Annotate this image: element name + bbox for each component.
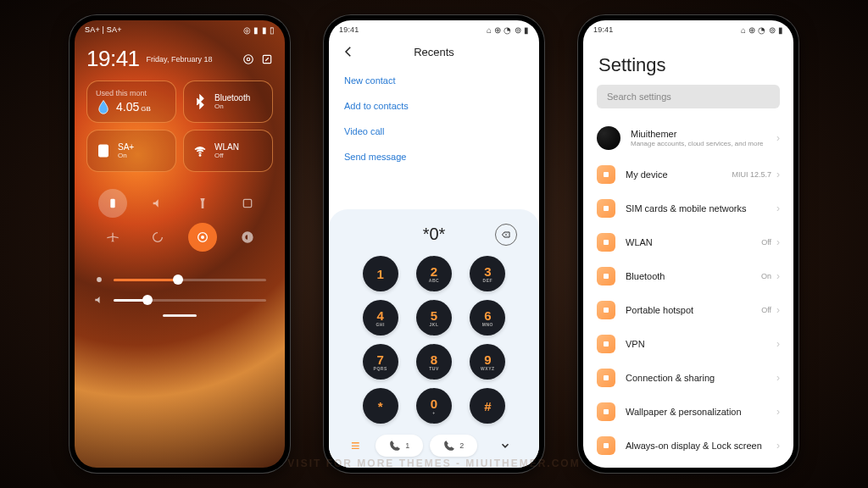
action-new-contact[interactable]: New contact [344,68,524,93]
svg-rect-13 [604,274,609,279]
call-sim1-button[interactable]: 1 [376,435,423,457]
volume-slider[interactable] [93,294,266,306]
collapse-dialpad-icon[interactable] [493,434,517,458]
dialkey-*[interactable]: * [363,388,398,424]
quick-toggle-grid [75,177,285,257]
backspace-button[interactable] [495,224,517,246]
svg-rect-10 [604,172,609,177]
settings-row[interactable]: Connection & sharing› [583,361,793,395]
airplane-icon[interactable] [98,223,127,252]
action-send-message[interactable]: Send message [344,144,524,169]
avatar [597,126,620,150]
account-row[interactable]: Miuithemer Manage accounts, cloud servic… [583,119,793,158]
dialkey-2[interactable]: 2ABC [416,256,452,291]
settings-row[interactable]: VPN› [583,327,793,361]
settings-row[interactable]: Display› [583,463,793,468]
time: 19:41 [593,25,614,34]
phone-control-center: SA+ | SA+ ◎▮▮▯ 19:41 Friday, February 18… [70,15,290,473]
dialkey-8[interactable]: 8TUV [416,344,452,380]
bluetooth-tile[interactable]: BluetoothOn [183,80,273,123]
drag-handle[interactable] [163,314,197,317]
svg-rect-12 [604,240,609,245]
svg-point-7 [201,236,204,239]
chevron-right-icon: › [776,270,780,282]
data-usage-tile[interactable]: Used this mont 4.05GB [86,80,176,123]
settings-row[interactable]: BluetoothOn› [583,259,793,293]
dialkey-7[interactable]: 7PQRS [363,344,398,380]
dialkey-6[interactable]: 6MNO [470,300,505,336]
page-title: Settings [583,39,793,85]
settings-row[interactable]: Always-on display & Lock screen› [583,429,793,463]
chevron-right-icon: › [776,169,780,180]
mute-icon[interactable] [143,189,172,218]
menu-icon[interactable]: ≡ [351,437,360,455]
brightness-slider[interactable] [93,274,266,286]
svg-rect-5 [110,199,114,208]
dial-display: *0* [336,218,532,256]
phone-dialer: 19:41 ⌂⊕◔⊚▮ Recents New contact Add to c… [324,15,544,473]
svg-point-0 [247,58,250,61]
settings-row[interactable]: My deviceMIUI 12.5.7› [583,158,793,191]
chevron-right-icon: › [776,406,780,418]
settings-icon[interactable] [242,53,254,65]
call-sim2-button[interactable]: 2 [430,435,477,457]
svg-rect-6 [243,199,251,207]
contact-actions: New contact Add to contacts Video call S… [329,64,539,173]
carrier-label: SA+ | SA+ [85,25,122,34]
status-bar: SA+ | SA+ ◎▮▮▯ [75,20,285,39]
chevron-right-icon: › [776,236,780,248]
recents-header: Recents [329,39,539,64]
status-icons: ◎▮▮▯ [243,25,275,35]
dialkey-0[interactable]: 0+ [416,388,452,424]
dnd-icon[interactable] [233,223,262,252]
row-icon [597,233,615,252]
action-add-to-contacts[interactable]: Add to contacts [344,93,524,119]
screenshot-icon[interactable] [233,189,262,218]
chevron-right-icon: › [776,440,780,452]
dialkey-9[interactable]: 9WXYZ [470,344,505,380]
status-bar: 19:41 ⌂⊕◔⊚▮ [583,20,793,39]
clock: 19:41 [86,46,140,72]
row-icon [597,402,615,421]
action-video-call[interactable]: Video call [344,119,524,144]
sim-icon [96,143,111,158]
chevron-right-icon: › [776,304,780,316]
settings-row[interactable]: SIM cards & mobile networks› [583,191,793,225]
settings-row[interactable]: Portable hotspotOff› [583,293,793,327]
dialkey-3[interactable]: 3DEF [470,256,505,291]
chevron-right-icon: › [776,132,780,144]
time: 19:41 [339,25,359,34]
page-title: Recents [341,46,527,58]
sim-tile[interactable]: SA+On [86,130,176,172]
vibrate-icon[interactable] [98,189,127,218]
search-input[interactable]: Search settings [597,85,780,108]
location-icon[interactable] [188,223,217,252]
dialkey-5[interactable]: 5JKL [416,300,452,336]
svg-rect-11 [604,206,609,211]
rotate-icon[interactable] [143,223,172,252]
edit-icon[interactable] [261,53,273,65]
wlan-tile[interactable]: WLANOff [183,130,273,172]
wifi-icon [192,143,208,158]
row-icon [597,335,615,353]
row-icon [597,165,615,184]
dialkey-1[interactable]: 1 [363,256,398,291]
chevron-right-icon: › [776,372,780,384]
settings-list: Miuithemer Manage accounts, cloud servic… [583,119,793,468]
settings-row[interactable]: Wallpaper & personalization› [583,395,793,429]
settings-row[interactable]: WLANOff› [583,225,793,259]
svg-rect-14 [604,308,609,313]
svg-rect-17 [604,409,609,414]
dialkey-4[interactable]: 4GHI [363,300,398,336]
dialkey-#[interactable]: # [470,388,505,424]
bluetooth-icon [192,94,208,109]
row-icon [597,301,615,319]
svg-rect-15 [604,341,609,347]
flashlight-icon[interactable] [188,189,217,218]
chevron-right-icon: › [776,338,780,350]
row-icon [597,436,615,455]
droplet-icon [96,99,111,114]
phone-settings: 19:41 ⌂⊕◔⊚▮ Settings Search settings Miu… [578,15,798,473]
data-label: Used this mont [96,89,147,97]
row-icon [597,369,615,387]
